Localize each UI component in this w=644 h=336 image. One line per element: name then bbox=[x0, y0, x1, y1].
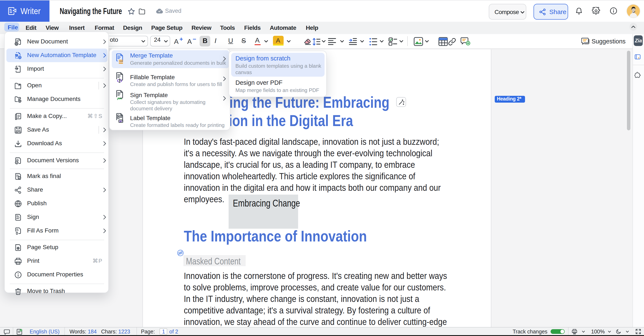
svg-text:A: A bbox=[187, 38, 192, 45]
svg-text:Zia: Zia bbox=[634, 38, 642, 43]
svg-text:A: A bbox=[174, 38, 179, 45]
